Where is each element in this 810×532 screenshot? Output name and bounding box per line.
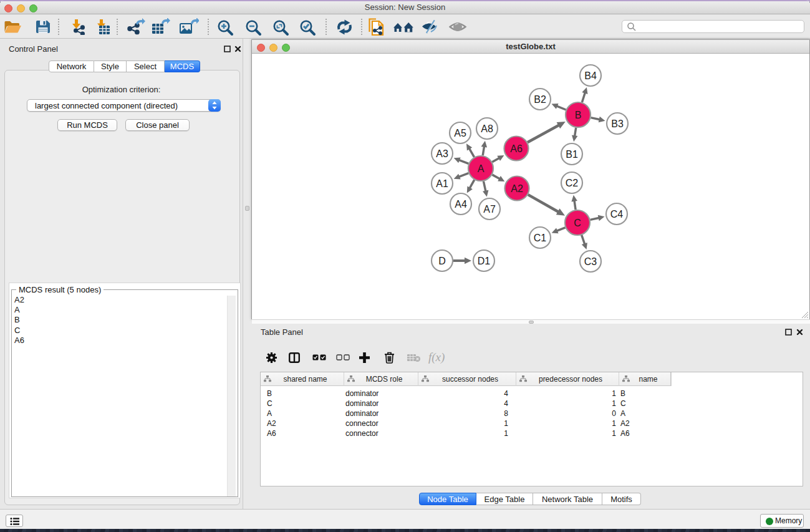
svg-text:A1: A1	[436, 178, 448, 189]
svg-text:A5: A5	[454, 128, 466, 138]
svg-text:A6: A6	[510, 143, 523, 154]
svg-text:A: A	[478, 163, 485, 174]
svg-text:A8: A8	[481, 123, 493, 134]
svg-text:B3: B3	[611, 118, 624, 129]
svg-text:D: D	[438, 256, 446, 266]
svg-text:A4: A4	[455, 199, 467, 210]
svg-text:A7: A7	[483, 204, 496, 215]
svg-text:C1: C1	[534, 233, 547, 243]
svg-text:C: C	[574, 218, 581, 228]
svg-text:C3: C3	[584, 256, 597, 267]
svg-text:B1: B1	[566, 149, 578, 160]
svg-text:B: B	[575, 110, 582, 120]
svg-text:C4: C4	[610, 209, 624, 220]
svg-text:B4: B4	[584, 70, 597, 81]
svg-text:A2: A2	[511, 183, 523, 194]
svg-text:B2: B2	[534, 94, 546, 105]
svg-text:A3: A3	[436, 148, 448, 159]
svg-text:C2: C2	[566, 178, 579, 188]
svg-text:D1: D1	[478, 256, 491, 266]
